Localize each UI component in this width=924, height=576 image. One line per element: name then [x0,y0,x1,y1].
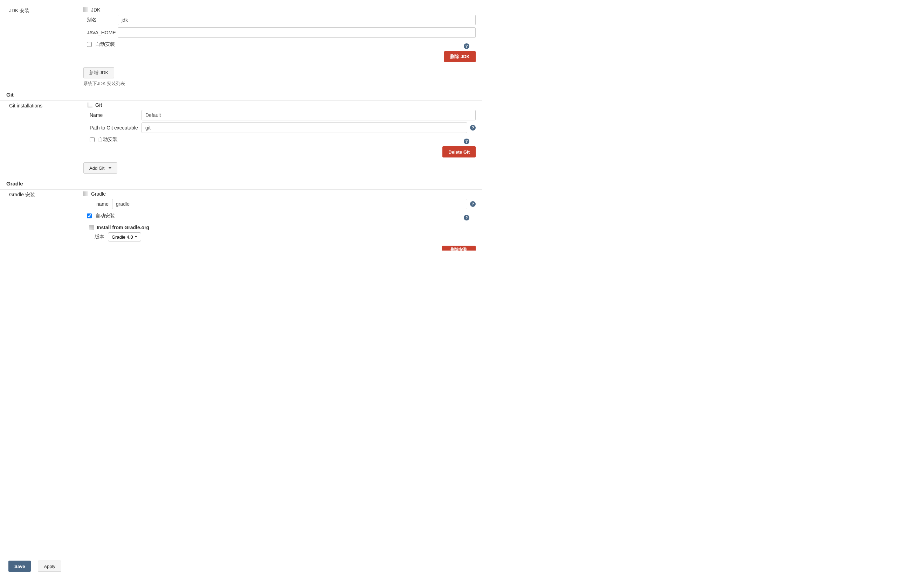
add-jdk-button[interactable]: 新增 JDK [83,67,114,78]
gradle-tool-name: Gradle [91,191,106,197]
help-icon[interactable]: ? [470,125,476,131]
git-auto-install-label: 自动安装 [98,136,118,143]
git-name-input[interactable] [141,110,476,120]
git-path-label: Path to Git executable [83,125,141,131]
git-auto-install-checkbox[interactable] [90,137,95,142]
git-section-label: Git installations [0,102,83,109]
gradle-section-title: Gradle [0,178,482,190]
jdk-auto-install-label: 自动安装 [95,41,115,48]
drag-handle-icon[interactable] [83,7,88,12]
jdk-section-label: JDK 安装 [0,7,83,14]
jdk-alias-input[interactable] [118,15,476,25]
gradle-version-label: 版本 [95,234,104,240]
gradle-auto-install-checkbox[interactable] [87,213,92,218]
help-icon[interactable]: ? [464,215,469,221]
help-icon[interactable]: ? [464,139,469,144]
gradle-installer-title: Install from Gradle.org [97,225,149,230]
jdk-tool-name: JDK [91,7,100,13]
gradle-name-input[interactable] [112,199,467,209]
git-tool-name: Git [95,102,102,108]
jdk-auto-install-checkbox[interactable] [87,42,92,47]
help-icon[interactable]: ? [464,43,469,49]
help-icon[interactable]: ? [470,201,476,207]
drag-handle-icon[interactable] [83,191,88,196]
jdk-alias-label: 别名 [83,17,118,23]
gradle-section-label: Gradle 安装 [0,191,83,198]
jdk-helper-text: 系统下JDK 安装列表 [83,80,476,87]
drag-handle-icon[interactable] [89,225,94,230]
delete-jdk-button[interactable]: 删除 JDK [444,51,476,62]
jdk-javahome-label: JAVA_HOME [83,30,118,35]
jdk-javahome-input[interactable] [118,27,476,38]
git-section-title: Git [0,90,482,101]
gradle-auto-install-label: 自动安装 [95,213,115,219]
delete-git-button[interactable]: Delete Git [443,146,476,157]
drag-handle-icon[interactable] [88,102,93,107]
gradle-version-select[interactable]: Gradle 4.0 [108,232,141,242]
gradle-name-label: name [83,201,112,207]
add-git-button[interactable]: Add Git [83,162,117,174]
delete-installer-button[interactable]: 删除安装 [442,246,476,251]
git-name-label: Name [83,112,141,118]
git-path-input[interactable] [141,123,467,133]
